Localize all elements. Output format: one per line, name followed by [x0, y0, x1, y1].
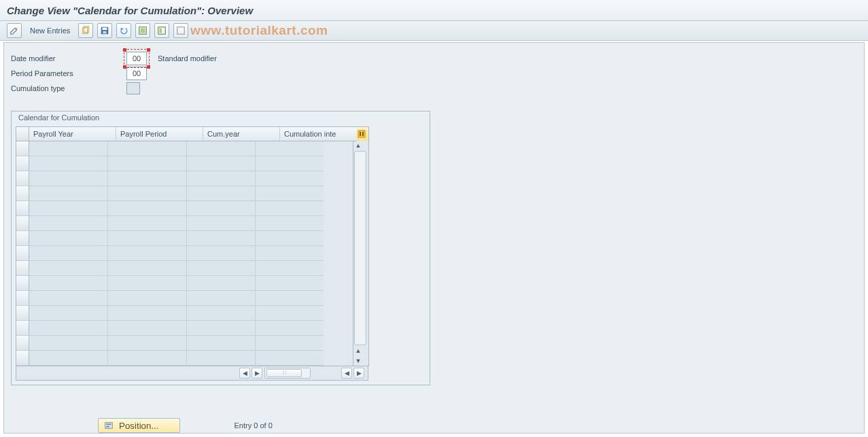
- save-icon[interactable]: [97, 23, 112, 38]
- row-selector[interactable]: [16, 291, 29, 306]
- table-cell[interactable]: [29, 276, 108, 291]
- row-selector[interactable]: [16, 261, 29, 276]
- row-selector[interactable]: [16, 231, 29, 246]
- table-cell[interactable]: [187, 201, 256, 216]
- row-selector[interactable]: [16, 321, 29, 336]
- scroll-col-right-icon[interactable]: ◀: [341, 368, 352, 379]
- table-cell[interactable]: [187, 276, 256, 291]
- table-cell[interactable]: [108, 291, 187, 306]
- table-cell[interactable]: [256, 261, 324, 276]
- table-row: [16, 321, 356, 336]
- table-cell[interactable]: [108, 216, 187, 231]
- table-cell[interactable]: [256, 306, 324, 321]
- row-selector[interactable]: [16, 216, 29, 231]
- select-all-rows[interactable]: [16, 127, 29, 141]
- table-cell[interactable]: [108, 156, 187, 171]
- table-cell[interactable]: [29, 231, 108, 246]
- table-cell[interactable]: [108, 186, 187, 201]
- col-cumulation-interval[interactable]: Cumulation inte: [280, 127, 356, 141]
- col-cum-year[interactable]: Cum.year: [203, 127, 280, 141]
- table-cell[interactable]: [256, 246, 324, 261]
- table-cell[interactable]: [187, 291, 256, 306]
- undo-icon[interactable]: [116, 23, 131, 38]
- table-cell[interactable]: [29, 171, 108, 186]
- row-selector[interactable]: [16, 336, 29, 351]
- table-cell[interactable]: [187, 141, 256, 156]
- table-cell[interactable]: [29, 291, 108, 306]
- row-selector[interactable]: [16, 276, 29, 291]
- period-parameters-input[interactable]: [126, 67, 147, 80]
- table-cell[interactable]: [187, 336, 256, 351]
- row-selector[interactable]: [16, 156, 29, 171]
- table-cell[interactable]: [108, 276, 187, 291]
- table-cell[interactable]: [29, 201, 108, 216]
- table-cell[interactable]: [187, 246, 256, 261]
- row-selector[interactable]: [16, 141, 29, 156]
- row-selector[interactable]: [16, 201, 29, 216]
- table-cell[interactable]: [256, 156, 324, 171]
- table-cell[interactable]: [29, 141, 108, 156]
- table-cell[interactable]: [187, 306, 256, 321]
- table-cell[interactable]: [256, 216, 324, 231]
- table-cell[interactable]: [108, 171, 187, 186]
- table-cell[interactable]: [256, 171, 324, 186]
- table-cell[interactable]: [108, 351, 187, 366]
- row-selector[interactable]: [16, 171, 29, 186]
- col-payroll-period[interactable]: Payroll Period: [116, 127, 203, 141]
- table-cell[interactable]: [256, 201, 324, 216]
- table-cell[interactable]: [108, 201, 187, 216]
- new-entries-button[interactable]: New Entries: [26, 24, 74, 37]
- scroll-right-icon[interactable]: ▶: [353, 368, 364, 379]
- table-cell[interactable]: [108, 246, 187, 261]
- table-cell[interactable]: [256, 291, 324, 306]
- table-cell[interactable]: [256, 336, 324, 351]
- scroll-left-icon[interactable]: ◀: [239, 368, 250, 379]
- table-cell[interactable]: [108, 321, 187, 336]
- table-cell[interactable]: [187, 261, 256, 276]
- row-selector[interactable]: [16, 186, 29, 201]
- table-cell[interactable]: [29, 306, 108, 321]
- table-cell[interactable]: [29, 321, 108, 336]
- table-cell[interactable]: [108, 231, 187, 246]
- cumulation-type-input[interactable]: [126, 82, 140, 94]
- position-button[interactable]: Position...: [98, 418, 180, 433]
- table-cell[interactable]: [29, 216, 108, 231]
- table-cell[interactable]: [187, 171, 256, 186]
- table-cell[interactable]: [256, 141, 324, 156]
- table-cell[interactable]: [108, 141, 187, 156]
- position-icon: [104, 421, 114, 430]
- table-cell[interactable]: [256, 321, 324, 336]
- copy-icon[interactable]: [78, 23, 93, 38]
- row-selector[interactable]: [16, 246, 29, 261]
- table-cell[interactable]: [29, 246, 108, 261]
- table-cell[interactable]: [187, 231, 256, 246]
- select-all-icon[interactable]: [135, 23, 150, 38]
- table-cell[interactable]: [187, 351, 256, 366]
- table-cell[interactable]: [256, 186, 324, 201]
- row-selector[interactable]: [16, 306, 29, 321]
- table-cell[interactable]: [108, 261, 187, 276]
- table-cell[interactable]: [187, 216, 256, 231]
- row-selector[interactable]: [16, 351, 29, 366]
- table-cell[interactable]: [108, 306, 187, 321]
- table-cell[interactable]: [187, 186, 256, 201]
- scroll-col-left-icon[interactable]: ▶: [251, 368, 262, 379]
- table-cell[interactable]: [256, 276, 324, 291]
- table-cell[interactable]: [29, 261, 108, 276]
- page-title: Change View "Calendar for Cumulation": O…: [7, 5, 253, 16]
- deselect-all-icon[interactable]: [173, 23, 188, 38]
- date-modifier-input[interactable]: [126, 52, 147, 65]
- table-cell[interactable]: [108, 336, 187, 351]
- select-block-icon[interactable]: [154, 23, 169, 38]
- table-cell[interactable]: [187, 321, 256, 336]
- table-cell[interactable]: [187, 156, 256, 171]
- horizontal-scrollbar[interactable]: ∷: [264, 368, 311, 379]
- toggle-change-icon[interactable]: [7, 23, 22, 38]
- table-cell[interactable]: [256, 231, 324, 246]
- table-cell[interactable]: [29, 186, 108, 201]
- table-cell[interactable]: [256, 351, 324, 366]
- col-payroll-year[interactable]: Payroll Year: [29, 127, 116, 141]
- table-cell[interactable]: [29, 156, 108, 171]
- table-cell[interactable]: [29, 351, 108, 366]
- table-cell[interactable]: [29, 336, 108, 351]
